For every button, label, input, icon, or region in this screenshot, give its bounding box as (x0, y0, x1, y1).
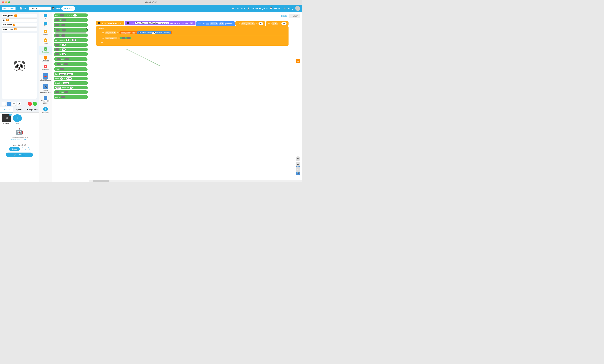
block-or[interactable]: or (54, 62, 88, 66)
user-guide-link[interactable]: 📖 User Guide (232, 7, 245, 10)
var-right-power[interactable]: right_power 0 (2, 27, 37, 31)
save-button[interactable]: 💾 Save (52, 7, 60, 10)
categories-panel: AI IoT ● Events ● Control ● Operators ● … (39, 12, 52, 182)
horizontal-scrollbar[interactable] (89, 180, 302, 182)
var-kp[interactable]: kp 0 (2, 18, 37, 22)
grid-large-icon[interactable]: ⊟ (17, 102, 21, 106)
upload-button[interactable]: Upload (9, 147, 20, 151)
tab-sprites[interactable]: Sprites (13, 107, 25, 112)
run-button[interactable] (33, 102, 37, 106)
devices-section: ✕ 🖥 CyberPi + Add 🤖 Connect your device … (0, 113, 38, 182)
block-forever[interactable]: forever set left_power ▼ to base_power -… (96, 26, 289, 46)
block-round[interactable]: round (54, 95, 88, 99)
variables-icon: ● (44, 56, 47, 60)
block-divide[interactable]: / (54, 34, 88, 37)
block-when-starts[interactable]: when CyberPi starts up (96, 21, 124, 25)
cat-my-blocks[interactable]: ● My Blocks (39, 63, 52, 72)
block-subtract[interactable]: - (54, 23, 88, 27)
block-set-base-power[interactable]: set base_power ▼ to 30 (235, 21, 265, 26)
my-blocks-icon: ● (44, 65, 47, 68)
live-button[interactable]: Live (21, 147, 29, 151)
file-icon: 📄 (20, 7, 22, 10)
block-letter-of[interactable]: letter 1 of apple (54, 77, 88, 80)
window-title: mBlock v5.4.3 (145, 1, 157, 3)
block-set-right-power[interactable]: set right_power ▼ to * (100, 36, 287, 40)
block-not[interactable]: not (54, 67, 88, 71)
file-menu[interactable]: 📄 File (18, 7, 27, 10)
code-block-stack: when CyberPi starts up print Press B to … (96, 21, 289, 46)
cat-events[interactable]: ● Events (39, 28, 52, 37)
svg-line-0 (126, 49, 160, 66)
add-device-item[interactable]: + Add (13, 114, 22, 124)
block-mod[interactable]: mod (54, 90, 88, 94)
stage-controls: ⤢ ⊞ ☰ ⊟ (0, 100, 38, 107)
operators-icon: ● (44, 47, 47, 51)
cat-variables[interactable]: ● Variables (39, 55, 52, 63)
block-greater-than[interactable]: > 50 (54, 43, 88, 47)
block-multiply[interactable]: * (54, 28, 88, 33)
cat-extension[interactable]: + extension (39, 105, 52, 115)
stop-button[interactable] (28, 102, 32, 106)
block-set-kp[interactable]: set kp ▼ to 0.5 (266, 21, 289, 26)
tab-devices[interactable]: Devices (0, 107, 13, 112)
var-left-power[interactable]: left_power 0 (2, 23, 37, 26)
avatar[interactable] (295, 6, 300, 11)
tab-python[interactable]: Python (290, 14, 300, 18)
how-to-link[interactable]: How to use device? (11, 139, 27, 141)
block-contains[interactable]: apple contains a ? (54, 86, 88, 89)
grid-small-icon[interactable]: ⊞ (7, 102, 11, 106)
block-length-of[interactable]: length of apple (54, 81, 88, 85)
block-join[interactable]: join banana apple (54, 72, 88, 76)
iot-icon (44, 22, 47, 24)
cat-control[interactable]: ● Control (39, 37, 52, 46)
block-read-integer[interactable]: read in integer ▼ (54, 13, 88, 17)
tab-blocks[interactable]: Blocks (279, 14, 289, 18)
block-pick-random[interactable]: pick random 1 to 10 (54, 38, 88, 42)
canvas-tabs: Blocks Python (279, 14, 300, 18)
fullscreen-button[interactable] (8, 1, 10, 3)
connect-button[interactable]: 🔗 Connect (6, 153, 33, 157)
fit-view-button[interactable]: ⊙ (296, 162, 300, 167)
cat-mbot2-chassis[interactable]: 🚗 mBot2 Chassis (39, 72, 52, 83)
block-equals[interactable]: = 50 (54, 52, 88, 56)
minimize-button[interactable] (5, 1, 7, 3)
cat-quad-rgb[interactable]: Quad RGB Sensor (39, 95, 52, 105)
cat-ai[interactable]: AI (39, 13, 52, 21)
equals-button[interactable]: = (296, 167, 300, 172)
expand-icon[interactable]: ⤢ (2, 102, 6, 106)
title-bar: mBlock v5.4.3 (0, 0, 302, 5)
ai-icon (44, 14, 47, 17)
menu-bar: makeblock | mBlock 📄 File 💾 Save Publish… (0, 5, 302, 12)
brand-logo: makeblock | mBlock (2, 7, 15, 10)
block-wait-until[interactable]: wait until button B B ▼ pressed? (196, 21, 235, 26)
project-title-input[interactable] (29, 7, 51, 11)
tab-background[interactable]: Background (26, 107, 38, 112)
add-device-button[interactable]: + (13, 114, 22, 122)
connect-area: 🤖 Connect your device How to use device? (2, 126, 37, 142)
cyberpi-device[interactable]: ✕ 🖥 CyberPi (2, 114, 11, 124)
example-programs-link[interactable]: 📋 Example Programs (247, 7, 268, 10)
mbot2-chassis-icon: 🚗 (43, 73, 48, 79)
remove-device-button[interactable]: ✕ (9, 114, 12, 116)
cat-operators[interactable]: ● Operators (39, 46, 52, 55)
reset-view-button[interactable]: ↺ (296, 157, 300, 161)
block-set-left-power[interactable]: set left_power ▼ to base_power - kp * 📷 … (100, 30, 287, 35)
block-and[interactable]: and (54, 57, 88, 61)
canvas-area: Blocks Python when CyberPi starts up pri… (89, 12, 302, 182)
connect-message: Connect your device (2, 136, 37, 138)
cat-iot[interactable]: IoT (39, 21, 52, 28)
setting-link[interactable]: ⚙️ Setting (284, 7, 293, 10)
block-print[interactable]: print Press B to start line following an… (125, 21, 196, 25)
scrollbar-thumb[interactable] (93, 180, 110, 182)
feedback-link[interactable]: 💬 Feedback (270, 7, 282, 10)
publish-button[interactable]: Publish (61, 6, 75, 11)
code-toggle-button[interactable]: </> (296, 59, 300, 63)
cat-mbot2-ext[interactable]: 🔌 mBot2 Extension Port (39, 83, 52, 95)
list-icon[interactable]: ☰ (12, 102, 16, 106)
var-base-power[interactable]: base_power 0 (2, 14, 37, 17)
control-icon: ● (44, 38, 47, 42)
close-button[interactable] (2, 1, 4, 3)
block-add[interactable]: + (54, 18, 88, 22)
block-less-than[interactable]: < 50 (54, 48, 88, 51)
panel-tabs: Devices Sprites Background (0, 107, 38, 113)
